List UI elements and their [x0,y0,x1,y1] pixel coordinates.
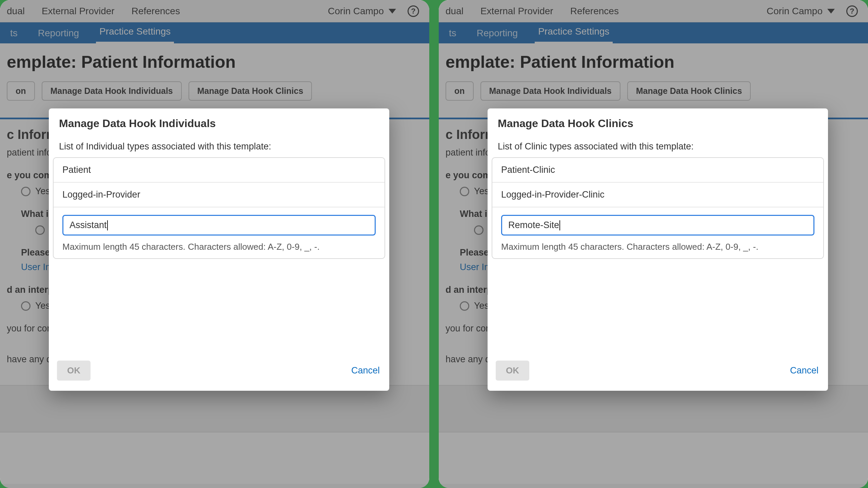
screenshot-left: dual External Provider References Corin … [0,0,429,488]
radio-icon [21,187,31,196]
topbar: dual External Provider References Corin … [439,0,868,22]
chip-button[interactable]: Manage Data Hook Clinics [627,81,751,101]
chip-button[interactable]: Manage Data Hook Individuals [480,81,620,101]
manage-individuals-modal: Manage Data Hook Individuals List of Ind… [49,108,389,391]
user-name: Corin Campo [767,6,823,17]
radio-option[interactable]: Yes [21,186,50,197]
navbar: ts Reporting Practice Settings [0,22,429,43]
type-list: Patient Logged-in-Provider Assistant Max… [53,157,385,259]
app-viewport: dual External Provider References Corin … [439,0,868,488]
new-type-input[interactable]: Assistant [62,215,376,236]
radio-label: Yes [474,186,489,197]
radio-option[interactable]: Yes [21,301,50,311]
chip-row: on Manage Data Hook Individuals Manage D… [7,81,416,101]
chip-button[interactable]: on [7,81,35,101]
new-type-input[interactable]: Remote-Site [501,215,814,236]
list-item[interactable]: Logged-in-Provider [54,183,384,207]
app-viewport: dual External Provider References Corin … [0,0,429,488]
list-item[interactable]: Patient-Clinic [492,158,823,183]
list-item[interactable]: Logged-in-Provider-Clinic [492,183,823,207]
modal-subtitle: List of Clinic types associated with thi… [488,135,828,157]
topbar-tab[interactable]: dual [446,6,463,17]
radio-label: Yes [35,186,50,197]
type-list: Patient-Clinic Logged-in-Provider-Clinic… [492,157,824,259]
topbar-tab[interactable]: External Provider [42,6,115,17]
radio-option[interactable]: Yes [460,301,489,311]
topbar-tab[interactable]: References [570,6,619,17]
caret-down-icon [389,9,396,14]
radio-icon [474,225,484,235]
chip-button[interactable]: Manage Data Hook Individuals [42,81,182,101]
chip-button[interactable]: on [446,81,474,101]
screenshot-right: dual External Provider References Corin … [439,0,868,488]
user-name: Corin Campo [328,6,384,17]
topbar-tab[interactable]: dual [7,6,25,17]
help-icon[interactable]: ? [408,5,419,17]
input-row: Remote-Site [492,207,823,242]
footer-strip [0,385,429,432]
user-menu[interactable]: Corin Campo [767,6,835,17]
radio-icon [21,301,31,311]
cancel-button[interactable]: Cancel [790,365,818,376]
manage-clinics-modal: Manage Data Hook Clinics List of Clinic … [488,108,828,391]
radio-icon [460,301,469,311]
text-caret-icon [107,220,108,230]
nav-item-active[interactable]: Practice Settings [535,21,613,43]
nav-item[interactable]: ts [7,23,21,43]
cancel-button[interactable]: Cancel [351,365,380,376]
topbar-tab[interactable]: References [132,6,180,17]
topbar-tabs: dual External Provider References [446,6,767,17]
radio-option[interactable]: Yes [460,186,489,197]
modal-subtitle: List of Individual types associated with… [49,135,389,157]
topbar-tabs: dual External Provider References [7,6,328,17]
modal-title: Manage Data Hook Clinics [488,108,828,135]
user-menu[interactable]: Corin Campo [328,6,396,17]
modal-actions: OK Cancel [488,259,828,388]
input-helper: Maximum length 45 characters. Characters… [492,242,823,258]
radio-label: Yes [35,301,50,311]
nav-item[interactable]: Reporting [473,23,521,43]
nav-item[interactable]: Reporting [35,23,82,43]
page-title: emplate: Patient Information [446,52,854,72]
nav-item-active[interactable]: Practice Settings [96,21,174,43]
input-row: Assistant [54,207,384,242]
radio-icon [35,225,45,235]
navbar: ts Reporting Practice Settings [439,22,868,43]
ok-button: OK [57,361,91,381]
input-helper: Maximum length 45 characters. Characters… [54,242,384,258]
nav-item[interactable]: ts [446,23,460,43]
input-value: Remote-Site [508,220,559,230]
page-title: emplate: Patient Information [7,52,416,72]
ok-button: OK [496,361,529,381]
list-item[interactable]: Patient [54,158,384,183]
chip-row: on Manage Data Hook Individuals Manage D… [446,81,854,101]
chip-button[interactable]: Manage Data Hook Clinics [189,81,312,101]
footer-strip [439,385,868,432]
text-caret-icon [559,220,560,230]
modal-actions: OK Cancel [49,259,389,388]
input-value: Assistant [70,220,107,230]
modal-title: Manage Data Hook Individuals [49,108,389,135]
radio-icon [460,187,469,196]
topbar: dual External Provider References Corin … [0,0,429,22]
caret-down-icon [827,9,835,14]
help-icon[interactable]: ? [846,5,858,17]
radio-label: Yes [474,301,489,311]
topbar-tab[interactable]: External Provider [480,6,553,17]
